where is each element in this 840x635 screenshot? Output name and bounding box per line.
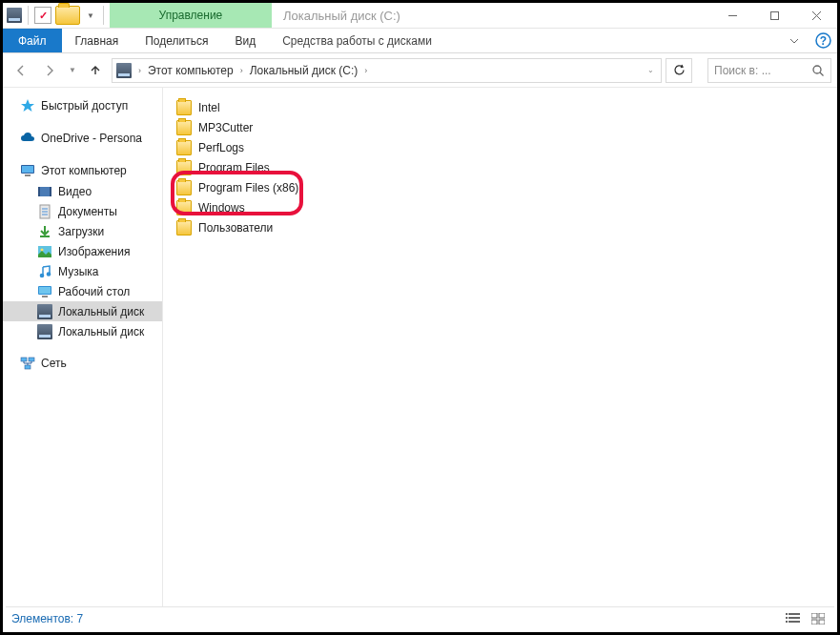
tree-child-item[interactable]: Видео xyxy=(3,181,162,201)
svg-rect-29 xyxy=(25,365,31,369)
titlebar: ▼ Управление Локальный диск (C:) xyxy=(3,3,837,29)
folder-item[interactable]: Program Files (x86) xyxy=(167,177,833,197)
folder-icon xyxy=(176,120,192,135)
tab-share[interactable]: Поделиться xyxy=(132,29,221,52)
help-button[interactable]: ? xyxy=(809,29,837,52)
up-button[interactable] xyxy=(83,58,108,83)
tree-label: Локальный диск xyxy=(58,325,144,338)
qat-dropdown[interactable]: ▼ xyxy=(84,11,97,20)
tab-drive-tools[interactable]: Средства работы с дисками xyxy=(269,29,445,52)
properties-qat-button[interactable] xyxy=(34,7,51,24)
tree-child-item[interactable]: Загрузки xyxy=(3,221,162,241)
back-button[interactable] xyxy=(9,58,33,83)
svg-rect-1 xyxy=(770,11,778,19)
status-bar: Элементов: 7 xyxy=(6,606,834,629)
folder-icon xyxy=(176,140,192,155)
tree-label: Загрузки xyxy=(58,225,104,238)
crumb-chevron[interactable]: › xyxy=(237,66,246,75)
folder-item[interactable]: Program Files xyxy=(167,157,833,177)
video-icon xyxy=(37,184,52,199)
music-icon xyxy=(37,264,52,279)
drive-icon xyxy=(116,63,132,78)
svg-rect-36 xyxy=(811,613,817,618)
tree-network[interactable]: Сеть xyxy=(3,353,162,374)
maximize-button[interactable] xyxy=(753,3,795,29)
svg-rect-33 xyxy=(789,617,800,619)
tree-onedrive[interactable]: OneDrive - Persona xyxy=(3,128,162,149)
svg-rect-11 xyxy=(38,187,51,196)
tree-child-item[interactable]: Музыка xyxy=(3,261,162,281)
svg-point-22 xyxy=(47,272,51,277)
crumb-chevron[interactable]: › xyxy=(361,66,370,75)
tree-label: Рабочий стол xyxy=(58,285,130,298)
svg-point-6 xyxy=(813,66,821,73)
window-title: Локальный диск (C:) xyxy=(283,9,400,23)
monitor-icon xyxy=(20,163,35,178)
folder-content[interactable]: IntelMP3CutterPerfLogsProgram FilesProgr… xyxy=(163,88,837,608)
folder-icon xyxy=(176,160,192,175)
crumb-chevron[interactable]: › xyxy=(135,66,144,75)
close-button[interactable] xyxy=(795,3,837,29)
svg-rect-30 xyxy=(786,613,788,615)
crumb-drive-c[interactable]: Локальный диск (C:) xyxy=(246,64,362,77)
folder-name: Пользователи xyxy=(198,221,273,235)
thumbnails-view-button[interactable] xyxy=(808,610,829,627)
folder-icon xyxy=(176,100,192,115)
tree-label: Музыка xyxy=(58,265,98,278)
svg-rect-37 xyxy=(819,613,825,618)
breadcrumb[interactable]: › Этот компьютер › Локальный диск (C:) ›… xyxy=(112,58,662,83)
svg-rect-38 xyxy=(811,620,817,625)
tree-label: Видео xyxy=(58,185,92,198)
tree-this-pc[interactable]: Этот компьютер xyxy=(3,160,162,181)
svg-line-7 xyxy=(820,72,824,76)
quick-access-toolbar: ▼ xyxy=(3,3,110,28)
search-input[interactable]: Поиск в: ... xyxy=(707,58,831,83)
details-view-button[interactable] xyxy=(783,610,804,627)
cloud-icon xyxy=(20,131,35,146)
address-bar: ▼ › Этот компьютер › Локальный диск (C:)… xyxy=(3,53,837,88)
folder-item[interactable]: Пользователи xyxy=(167,217,833,237)
desktop-icon xyxy=(37,284,52,299)
folder-icon xyxy=(176,220,192,236)
tree-child-item[interactable]: Изображения xyxy=(3,241,162,261)
search-placeholder: Поиск в: ... xyxy=(714,64,811,77)
tab-view[interactable]: Вид xyxy=(221,29,269,52)
history-dropdown[interactable]: ▼ xyxy=(66,66,79,74)
refresh-button[interactable] xyxy=(666,58,692,83)
tree-label: Сеть xyxy=(41,357,67,370)
svg-rect-25 xyxy=(39,287,51,294)
minimize-button[interactable] xyxy=(711,3,753,29)
address-dropdown[interactable]: ⌄ xyxy=(645,66,657,74)
tree-child-item[interactable]: Документы xyxy=(3,201,162,221)
folder-name: Program Files (x86) xyxy=(198,181,298,195)
folder-item[interactable]: Windows xyxy=(167,197,833,217)
folder-item[interactable]: PerfLogs xyxy=(167,137,833,157)
tab-home[interactable]: Главная xyxy=(62,29,133,52)
svg-rect-31 xyxy=(789,613,800,615)
contextual-tab-header: Управление xyxy=(110,3,272,28)
svg-rect-32 xyxy=(786,617,788,619)
tab-file[interactable]: Файл xyxy=(3,29,62,52)
tree-child-item[interactable]: Локальный диск xyxy=(3,301,162,321)
tree-quick-access[interactable]: Быстрый доступ xyxy=(3,95,162,116)
folder-item[interactable]: MP3Cutter xyxy=(167,117,833,137)
svg-rect-26 xyxy=(42,296,48,297)
picture-icon xyxy=(37,244,52,259)
disk-icon xyxy=(37,324,52,339)
folder-name: Intel xyxy=(198,101,220,114)
tree-child-item[interactable]: Рабочий стол xyxy=(3,281,162,301)
new-folder-qat-button[interactable] xyxy=(55,6,80,25)
svg-text:?: ? xyxy=(819,34,826,48)
svg-rect-28 xyxy=(29,358,34,361)
tree-child-item[interactable]: Локальный диск xyxy=(3,321,162,341)
svg-rect-39 xyxy=(819,620,825,625)
forward-button[interactable] xyxy=(37,58,62,83)
tree-label: Изображения xyxy=(58,245,130,258)
ribbon-expand-button[interactable] xyxy=(780,29,809,52)
folder-name: PerfLogs xyxy=(198,141,244,154)
svg-rect-10 xyxy=(25,174,31,176)
view-mode-buttons xyxy=(783,610,829,627)
crumb-this-pc[interactable]: Этот компьютер xyxy=(144,64,237,77)
explorer-window: ▼ Управление Локальный диск (C:) Файл Гл… xyxy=(0,0,840,635)
folder-item[interactable]: Intel xyxy=(167,97,833,117)
